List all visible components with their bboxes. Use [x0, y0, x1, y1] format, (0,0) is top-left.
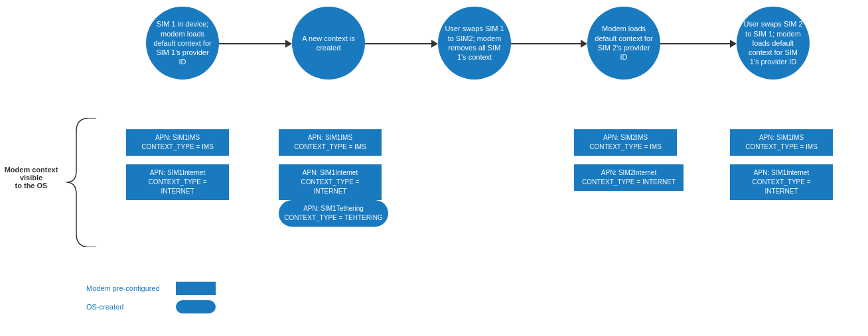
box-line2-b5_2: CONTEXT_TYPE = INTERNET — [735, 178, 828, 196]
box-line2-b4_2: CONTEXT_TYPE = INTERNET — [579, 178, 678, 187]
context-box-b5_1: APN: SIM1IMSCONTEXT_TYPE = IMS — [730, 129, 833, 156]
legend-item-preconfigured: Modem pre-configured — [86, 282, 216, 295]
context-box-b1_1: APN: SIM1IMSCONTEXT_TYPE = IMS — [126, 129, 229, 156]
circle-c5: User swaps SIM 2 to SIM 1; modem loads d… — [737, 7, 810, 80]
box-line1-b4_2: APN: SIM2Internet — [579, 168, 678, 178]
circle-c1: SIM 1 in device; modem loads default con… — [146, 7, 219, 80]
box-line2-b2_1: CONTEXT_TYPE = IMS — [284, 142, 376, 152]
box-line1-b2_1: APN: SIM1IMS — [284, 133, 376, 142]
box-line1-b5_1: APN: SIM1IMS — [735, 133, 828, 142]
legend-item-os-created: OS-created — [86, 300, 216, 313]
brace-label: Modem context visibleto the OS — [1, 166, 61, 190]
legend: Modem pre-configured OS-created — [86, 282, 216, 319]
context-box-b5_2: APN: SIM1InternetCONTEXT_TYPE = INTERNET — [730, 164, 833, 200]
box-line2-b5_1: CONTEXT_TYPE = IMS — [735, 142, 828, 152]
legend-label-preconfigured: Modem pre-configured — [86, 284, 173, 292]
context-box-b1_2: APN: SIM1InternetCONTEXT_TYPE = INTERNET — [126, 164, 229, 200]
brace-svg — [63, 118, 103, 247]
circle-c4: Modem loads default context for SIM 2's … — [587, 7, 660, 80]
circle-c3: User swaps SIM 1 to SIM2; modem removes … — [438, 7, 511, 80]
box-line2-b4_1: CONTEXT_TYPE = IMS — [579, 142, 672, 152]
context-box-b4_2: APN: SIM2InternetCONTEXT_TYPE = INTERNET — [574, 164, 684, 191]
box-line1-b5_2: APN: SIM1Internet — [735, 168, 828, 178]
legend-rect-preconfigured — [176, 282, 216, 295]
legend-label-os-created: OS-created — [86, 303, 173, 311]
context-box-b2_1: APN: SIM1IMSCONTEXT_TYPE = IMS — [279, 129, 382, 156]
context-box-b2_3: APN: SIM1TetheringCONTEXT_TYPE = TEHTERI… — [279, 200, 388, 227]
diagram-container: Modem context visibleto the OS Modem pre… — [0, 0, 868, 336]
context-box-b2_2: APN: SIM1InternetCONTEXT_TYPE = INTERNET — [279, 164, 382, 200]
circle-c2: A new context is created — [292, 7, 365, 80]
box-line2-b2_2: CONTEXT_TYPE = INTERNET — [284, 178, 376, 196]
box-line2-b1_1: CONTEXT_TYPE = IMS — [131, 142, 224, 152]
box-line2-b1_2: CONTEXT_TYPE = INTERNET — [131, 178, 224, 196]
box-line1-b1_2: APN: SIM1Internet — [131, 168, 224, 178]
box-line1-b2_3: APN: SIM1Tethering — [284, 204, 383, 213]
legend-pill-os-created — [176, 300, 216, 313]
arrow-a1 — [219, 43, 287, 44]
box-line1-b2_2: APN: SIM1Internet — [284, 168, 376, 178]
box-line2-b2_3: CONTEXT_TYPE = TEHTERING — [284, 213, 383, 223]
box-line1-b1_1: APN: SIM1IMS — [131, 133, 224, 142]
arrow-a4 — [660, 43, 731, 44]
context-box-b4_1: APN: SIM2IMSCONTEXT_TYPE = IMS — [574, 129, 677, 156]
arrow-a3 — [511, 43, 582, 44]
arrow-a2 — [365, 43, 433, 44]
box-line1-b4_1: APN: SIM2IMS — [579, 133, 672, 142]
